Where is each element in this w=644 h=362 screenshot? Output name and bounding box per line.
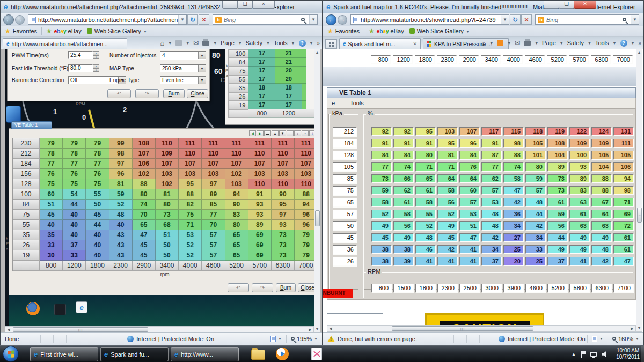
ve-cell-input[interactable]: 42 xyxy=(437,245,457,254)
ve-cell-input[interactable]: 42 xyxy=(503,198,523,206)
ve-cell-input[interactable]: 52 xyxy=(371,210,391,218)
explorer-folder-icon[interactable] xyxy=(251,350,265,360)
ve-cell-input[interactable]: 118 xyxy=(525,127,545,136)
ve-cell-input[interactable]: 49 xyxy=(437,221,457,230)
ve-cell[interactable]: 111 xyxy=(179,138,202,149)
ve-cell[interactable]: 102 xyxy=(133,169,156,179)
ve-cell-input[interactable]: 37 xyxy=(547,257,567,265)
ve-cell[interactable]: 77 xyxy=(40,159,63,169)
ve-cell[interactable]: 21 xyxy=(275,49,302,58)
ve-cell[interactable]: 70 xyxy=(202,220,225,230)
ve-cell[interactable]: 109 xyxy=(156,149,179,159)
maximize-button[interactable]: ❑ xyxy=(237,1,253,9)
ve-cell-input[interactable]: 36 xyxy=(503,210,523,218)
fast-idle-spinner[interactable]: ▲▼ xyxy=(93,64,99,72)
left-horizontal-scrollbar[interactable]: ◀ ▶ ||| xyxy=(5,326,314,332)
ve-cell[interactable]: 17 xyxy=(275,92,302,101)
ve-cell-input[interactable]: 34 xyxy=(481,245,501,254)
search-icon[interactable] xyxy=(301,18,305,21)
ve-cell[interactable]: 75 xyxy=(63,179,86,189)
scrollbar-thumb[interactable] xyxy=(315,210,320,226)
ve-cell[interactable]: 111 xyxy=(202,138,225,149)
ve-cell-input[interactable]: 61 xyxy=(613,245,633,254)
ve-cell-input[interactable]: 88 xyxy=(503,151,523,159)
kpa-value-box[interactable]: 36 xyxy=(333,245,356,254)
ve-cell[interactable]: 43 xyxy=(109,240,133,250)
ve-cell-input[interactable]: 124 xyxy=(591,127,611,136)
ve-cell[interactable]: 111 xyxy=(295,138,314,149)
ve-cell-input[interactable]: 92 xyxy=(371,127,391,136)
scrollbar-thumb[interactable]: ||| xyxy=(392,326,533,331)
ve-cell[interactable]: 107 xyxy=(133,149,156,159)
redo-button[interactable]: ↷ xyxy=(135,89,159,98)
close-table-button[interactable]: Close xyxy=(298,283,314,292)
minimize-button[interactable]: — xyxy=(544,1,559,9)
ve-cell-input[interactable]: 71 xyxy=(613,198,633,206)
forward-button[interactable]: → xyxy=(338,15,347,25)
rss-icon[interactable] xyxy=(497,40,503,46)
ve-cell-input[interactable]: 71 xyxy=(437,162,457,171)
ve-cell[interactable]: 110 xyxy=(272,149,295,159)
ve-cell-input[interactable]: 95 xyxy=(415,127,435,136)
media-player-icon[interactable] xyxy=(276,348,289,360)
kpa-value-box[interactable]: 128 xyxy=(333,151,356,160)
ve-cell[interactable]: 50 xyxy=(156,240,179,250)
network-icon[interactable] xyxy=(590,352,597,357)
ve-cell[interactable]: 52 xyxy=(179,240,202,250)
ve-cell[interactable]: 90 xyxy=(272,189,295,200)
ve-cell[interactable]: 107 xyxy=(156,159,179,169)
ve-cell-input[interactable]: 61 xyxy=(569,210,589,218)
ve-cell-input[interactable]: 77 xyxy=(481,162,501,171)
ve-cell[interactable]: 40 xyxy=(63,220,86,230)
kpa-value-box[interactable]: 75 xyxy=(333,186,356,195)
ve-cell[interactable]: 73 xyxy=(272,240,295,250)
rpm-value-box[interactable]: 2500 xyxy=(459,284,479,292)
ve-cell[interactable]: 65 xyxy=(225,250,248,261)
ve-cell-input[interactable]: 73 xyxy=(547,174,567,183)
rpm-value-box[interactable]: 5200 xyxy=(547,284,567,292)
start-button[interactable] xyxy=(3,346,19,362)
ve-cell-input[interactable]: 109 xyxy=(591,139,611,147)
ve-cell[interactable]: 74 xyxy=(133,200,156,210)
ve-cell-input[interactable]: 47 xyxy=(613,257,633,265)
ve-cell-input[interactable]: 104 xyxy=(591,162,611,171)
ve-cell[interactable]: 93 xyxy=(248,210,272,220)
ve-cell-input[interactable]: 64 xyxy=(459,174,479,183)
ve-cell-input[interactable]: 84 xyxy=(371,151,391,159)
compat-segment[interactable]: ▼ xyxy=(587,335,608,343)
ve-cell[interactable]: 103 xyxy=(202,169,225,179)
ve-cell-input[interactable]: 48 xyxy=(415,233,435,242)
ve-cell[interactable]: 20 xyxy=(275,75,302,84)
ve-cell-input[interactable]: 58 xyxy=(437,186,457,195)
ve-cell[interactable]: 55 xyxy=(86,189,109,200)
ve-cell[interactable]: 17 xyxy=(248,58,275,67)
ve-cell-input[interactable]: 62 xyxy=(481,174,501,183)
refresh-button[interactable]: ↻ xyxy=(187,14,198,25)
ebay-link[interactable]: eBay xyxy=(391,28,404,34)
ve-cell-input[interactable]: 101 xyxy=(525,151,545,159)
add-favorite-icon[interactable]: ★ xyxy=(46,27,52,35)
ve-cell-input[interactable]: 61 xyxy=(393,198,413,206)
ve-cell[interactable]: 69 xyxy=(248,240,272,250)
address-dropdown[interactable]: ▼ xyxy=(501,15,509,24)
back-button[interactable]: ← xyxy=(3,14,14,25)
ve-cell-input[interactable]: 91 xyxy=(415,139,435,147)
webslice-link[interactable]: Web Slice Gallery xyxy=(94,28,141,34)
dot-icon[interactable]: ▪ xyxy=(302,130,309,136)
ve-cell-input[interactable]: 56 xyxy=(393,221,413,230)
rpm-value-box[interactable]: 800 xyxy=(371,284,391,292)
ve-cell-input[interactable]: 42 xyxy=(525,221,545,230)
ve-cell-input[interactable]: 57 xyxy=(459,198,479,206)
ve-cell[interactable]: 107 xyxy=(272,159,295,169)
zoom-control[interactable]: 195%▼ xyxy=(286,335,322,343)
ve-cell-input[interactable]: 72 xyxy=(613,221,633,230)
ve-cell-input[interactable]: 34 xyxy=(503,221,523,230)
kpa-value-box[interactable]: 50 xyxy=(333,221,356,231)
ve-cell-input[interactable]: 49 xyxy=(371,221,391,230)
ve-cell-input[interactable]: 64 xyxy=(437,174,457,183)
right-horizontal-scrollbar[interactable]: ◀ ▶ ||| xyxy=(327,325,636,332)
undo-button[interactable]: ↶ xyxy=(228,283,249,292)
ve-cell[interactable]: 40 xyxy=(109,220,133,230)
edit-icon[interactable]: / xyxy=(309,130,314,136)
ve-cell[interactable]: 111 xyxy=(225,138,248,149)
